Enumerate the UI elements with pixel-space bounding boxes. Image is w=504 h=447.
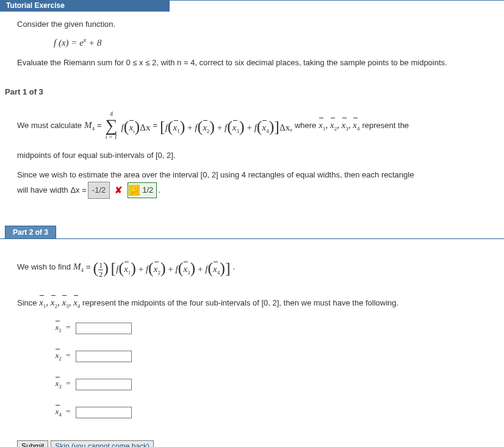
- x4-row: x4 =: [43, 405, 487, 420]
- tutorial-title: Tutorial Exercise: [0, 0, 170, 12]
- problem-task: Evaluate the Riemann sum for 0 ≤ x ≤ 2, …: [17, 56, 487, 70]
- correct-answer-box: 🔑 1/2: [128, 182, 157, 198]
- x4-input[interactable]: [76, 407, 132, 418]
- x2-input[interactable]: [76, 351, 132, 362]
- part1-para2a: Since we wish to estimate the area over …: [17, 168, 487, 182]
- part2-body: We wish to find M4 = (12) [f(x1) + f(x2)…: [0, 239, 504, 426]
- sigma-icon: 4 ∑ i = 1: [106, 111, 118, 140]
- part1-heading: Part 1 of 3: [5, 87, 504, 96]
- wrong-icon: ✘: [115, 182, 123, 198]
- skip-button[interactable]: Skip (you cannot come back): [51, 440, 154, 447]
- function-definition: f (x) = ex + 8: [54, 35, 487, 51]
- part1-line2: midpoints of four equal sub-intervals of…: [17, 149, 487, 162]
- part2-formula: We wish to find M4 = (12) [f(x1) + f(x2)…: [17, 254, 487, 281]
- x3-input[interactable]: [76, 379, 132, 390]
- x1-row: x1 =: [43, 321, 487, 335]
- header-rule: [170, 0, 504, 12]
- button-row: Submit Skip (you cannot come back): [17, 440, 504, 447]
- wrong-answer-box: -1/2: [88, 182, 110, 199]
- x3-row: x3 =: [43, 377, 487, 392]
- part1-formula: We must calculate M4 = 4 ∑ i = 1 f(xi)Δx…: [17, 111, 487, 140]
- part2-para2: Since x1, x2, x3, x4 represent the midpo…: [17, 295, 487, 311]
- part2-heading: Part 2 of 3: [5, 226, 56, 239]
- problem-statement: Consider the given function. f (x) = ex …: [0, 12, 504, 72]
- tutorial-header: Tutorial Exercise: [0, 0, 504, 12]
- problem-intro: Consider the given function.: [17, 18, 487, 31]
- part1-para2b-row: will have width Δx = -1/2 ✘ 🔑 1/2 .: [17, 182, 487, 199]
- key-icon: 🔑: [129, 185, 140, 196]
- part1-body: We must calculate M4 = 4 ∑ i = 1 f(xi)Δx…: [0, 96, 504, 201]
- x1-input[interactable]: [76, 323, 132, 334]
- x2-row: x2 =: [43, 349, 487, 363]
- submit-button[interactable]: Submit: [17, 440, 48, 447]
